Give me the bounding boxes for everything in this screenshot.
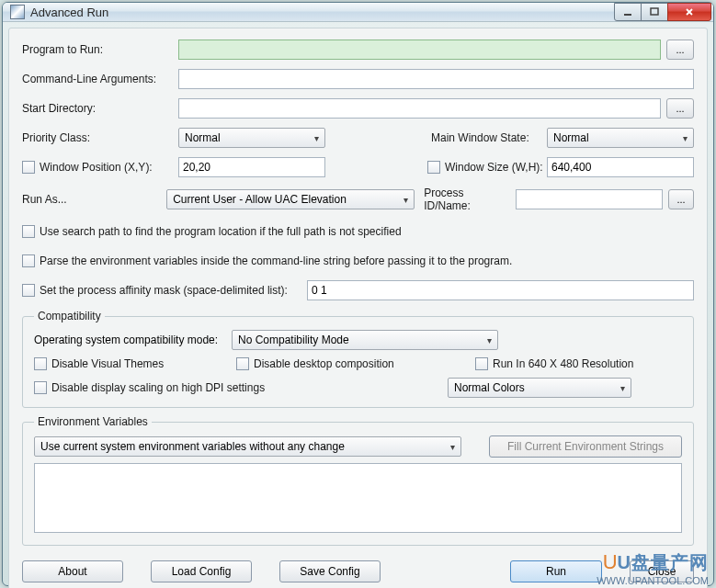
args-input[interactable] — [178, 69, 694, 89]
run-button[interactable]: Run — [510, 560, 602, 582]
colors-select[interactable]: Normal Colors — [448, 378, 631, 398]
compat-legend: Compatibility — [34, 310, 105, 322]
args-label: Command-Line Arguments: — [22, 73, 178, 85]
runas-label: Run As... — [22, 193, 166, 206]
winpos-label: Window Position (X,Y): — [40, 161, 153, 174]
envvar-legend: Environment Variables — [34, 415, 152, 428]
content-panel: Program to Run: ... Command-Line Argumen… — [8, 28, 708, 588]
procid-label: Process ID/Name: — [424, 187, 506, 212]
window-title: Advanced Run — [30, 6, 615, 19]
parseenv-checkbox[interactable] — [22, 254, 35, 267]
priority-select[interactable]: Normal — [178, 128, 325, 148]
app-icon — [10, 5, 25, 19]
startdir-label: Start Directory: — [22, 102, 178, 115]
affinity-input[interactable] — [307, 280, 694, 300]
about-button[interactable]: About — [22, 560, 123, 582]
close-footer-button[interactable]: Close — [630, 560, 694, 582]
compatibility-group: Compatibility Operating system compatibi… — [22, 310, 694, 408]
run640-checkbox[interactable] — [475, 357, 488, 370]
maximize-button[interactable] — [641, 3, 668, 21]
searchpath-checkbox[interactable] — [22, 225, 35, 238]
winpos-checkbox[interactable] — [22, 161, 35, 174]
close-button[interactable] — [667, 3, 711, 21]
program-input[interactable] — [178, 40, 661, 60]
procid-browse-button[interactable]: ... — [668, 189, 694, 209]
program-label: Program to Run: — [22, 43, 178, 56]
winsize-label: Window Size (W,H): — [445, 161, 543, 174]
disdesktop-checkbox[interactable] — [236, 357, 249, 370]
envvar-group: Environment Variables Use current system… — [22, 415, 694, 546]
winsize-checkbox[interactable] — [427, 161, 440, 174]
winpos-input[interactable] — [178, 157, 325, 177]
osmode-label: Operating system compatibility mode: — [34, 334, 232, 346]
svg-rect-1 — [651, 8, 658, 15]
loadcfg-button[interactable]: Load Config — [151, 560, 252, 582]
envvar-textarea[interactable] — [34, 463, 682, 533]
mainwin-select[interactable]: Normal — [547, 128, 694, 148]
runas-select[interactable]: Current User - Allow UAC Elevation — [166, 189, 415, 209]
footer: About Load Config Save Config Run Close — [22, 553, 694, 582]
savecfg-button[interactable]: Save Config — [279, 560, 381, 582]
mainwin-label: Main Window State: — [431, 131, 541, 144]
startdir-browse-button[interactable]: ... — [666, 98, 694, 119]
priority-label: Priority Class: — [22, 131, 178, 144]
minimize-button[interactable] — [614, 3, 642, 21]
envmode-select[interactable]: Use current system environment variables… — [34, 436, 461, 457]
startdir-input[interactable] — [178, 98, 661, 119]
program-browse-button[interactable]: ... — [666, 40, 694, 60]
parseenv-label: Parse the environment variables inside t… — [40, 254, 512, 267]
window-controls — [615, 3, 711, 21]
winsize-input[interactable] — [547, 157, 694, 177]
window: Advanced Run Program to Run: ... Command… — [2, 2, 714, 586]
svg-rect-0 — [624, 14, 631, 16]
fillenv-button[interactable]: Fill Current Environment Strings — [489, 435, 682, 458]
procid-input[interactable] — [516, 189, 663, 209]
affinity-checkbox[interactable] — [22, 284, 35, 297]
osmode-select[interactable]: No Compatibility Mode — [232, 330, 498, 350]
disvisual-checkbox[interactable] — [34, 357, 47, 370]
disdpi-checkbox[interactable] — [34, 381, 47, 394]
affinity-label: Set the process affinity mask (space-del… — [40, 284, 288, 297]
searchpath-label: Use search path to find the program loca… — [40, 225, 402, 238]
titlebar[interactable]: Advanced Run — [3, 3, 713, 22]
